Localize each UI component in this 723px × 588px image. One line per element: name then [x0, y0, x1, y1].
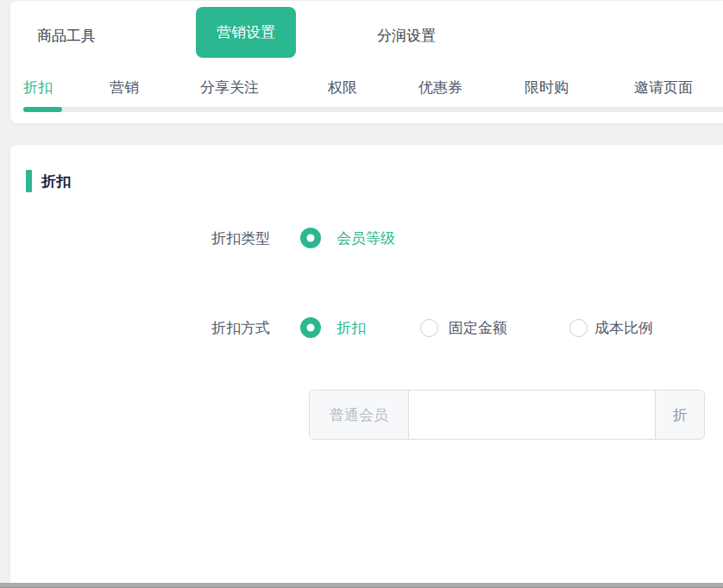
member-discount-input-group: 普通会员 折	[309, 390, 705, 440]
subtab-invite-page[interactable]: 邀请页面	[634, 78, 693, 97]
horizontal-scrollbar[interactable]	[0, 583, 723, 588]
radio-fixed-amount-label[interactable]: 固定金额	[449, 318, 507, 338]
subtab-discount[interactable]: 折扣	[23, 78, 53, 97]
member-level-prefix: 普通会员	[310, 391, 409, 439]
radio-cost-ratio-label[interactable]: 成本比例	[594, 318, 653, 338]
discount-value-input[interactable]	[409, 391, 655, 439]
subtab-permission[interactable]: 权限	[328, 78, 357, 97]
radio-fixed-amount[interactable]	[420, 319, 438, 337]
radio-member-level-label[interactable]: 会员等级	[336, 228, 395, 248]
subtab-active-indicator	[23, 107, 62, 112]
radio-cost-ratio[interactable]	[569, 319, 588, 337]
tab-product-tools[interactable]: 商品工具	[37, 26, 96, 46]
subtab-flash-sale[interactable]: 限时购	[525, 78, 569, 97]
radio-discount-label[interactable]: 折扣	[336, 318, 366, 338]
tab-marketing-settings[interactable]: 营销设置	[196, 7, 296, 58]
radio-member-level[interactable]	[300, 228, 321, 248]
subtab-track	[23, 107, 723, 112]
radio-discount[interactable]	[300, 317, 321, 338]
subtab-coupon[interactable]: 优惠券	[418, 78, 462, 97]
section-title: 折扣	[41, 172, 71, 191]
tabs-card: 商品工具 营销设置 分润设置 折扣 营销 分享关注 权限 优惠券 限时购 邀请页…	[10, 1, 723, 123]
discount-panel: 折扣 折扣类型 会员等级 折扣方式 折扣 固定金额 成本比例 普通会员 折	[10, 145, 723, 588]
subtab-marketing[interactable]: 营销	[110, 78, 139, 97]
discount-method-row: 折扣方式 折扣 固定金额 成本比例	[10, 316, 723, 339]
discount-unit-suffix: 折	[655, 391, 704, 439]
discount-method-label: 折扣方式	[10, 318, 270, 338]
discount-type-label: 折扣类型	[10, 228, 270, 248]
discount-type-row: 折扣类型 会员等级	[10, 227, 723, 249]
tab-profit-settings[interactable]: 分润设置	[377, 26, 436, 46]
subtab-share-follow[interactable]: 分享关注	[200, 78, 259, 97]
section-accent-bar	[26, 170, 32, 192]
